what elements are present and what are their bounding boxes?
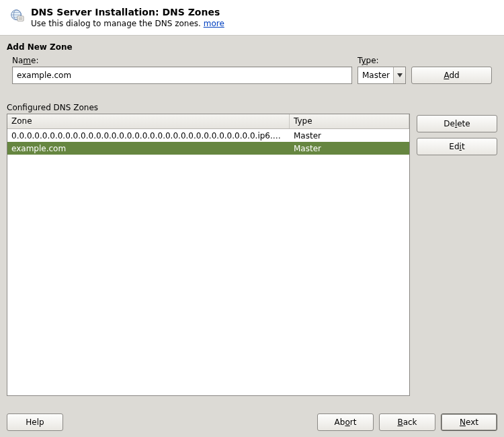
delete-button[interactable]: Delete xyxy=(417,115,497,132)
cell-type: Master xyxy=(290,144,409,153)
name-label: Name: xyxy=(12,56,352,65)
svg-rect-1 xyxy=(17,16,24,21)
col-type-header[interactable]: Type xyxy=(290,114,409,128)
type-select[interactable]: Master xyxy=(358,67,406,84)
configured-zones-label: Configured DNS Zones xyxy=(7,103,410,112)
dialog-header: DNS Server Installation: DNS Zones Use t… xyxy=(0,0,504,36)
zones-table-body: 0.0.0.0.0.0.0.0.0.0.0.0.0.0.0.0.0.0.0.0.… xyxy=(7,129,409,395)
configured-zones-section: Configured DNS Zones Zone Type 0.0.0.0.0… xyxy=(7,103,497,396)
col-zone-header[interactable]: Zone xyxy=(7,114,290,128)
next-button[interactable]: Next xyxy=(441,413,497,431)
dialog-footer: Help Abort Back Next xyxy=(0,407,504,437)
page-subtitle: Use this dialog to manage the DNS zones.… xyxy=(31,19,495,28)
subtitle-text: Use this dialog to manage the DNS zones. xyxy=(31,19,204,28)
page-title: DNS Server Installation: DNS Zones xyxy=(31,7,495,17)
table-row[interactable]: 0.0.0.0.0.0.0.0.0.0.0.0.0.0.0.0.0.0.0.0.… xyxy=(7,129,409,142)
type-select-value: Master xyxy=(362,71,393,80)
add-zone-heading: Add New Zone xyxy=(7,42,497,52)
more-link[interactable]: more xyxy=(204,19,224,28)
dns-config-icon xyxy=(9,8,24,23)
help-button[interactable]: Help xyxy=(7,413,63,431)
abort-button[interactable]: Abort xyxy=(317,413,374,431)
type-label: Type: xyxy=(358,56,406,65)
cell-zone: 0.0.0.0.0.0.0.0.0.0.0.0.0.0.0.0.0.0.0.0.… xyxy=(7,131,290,141)
cell-zone: example.com xyxy=(7,144,290,153)
name-input[interactable] xyxy=(12,67,352,84)
zones-table-header: Zone Type xyxy=(7,114,409,129)
edit-button[interactable]: Edit xyxy=(417,138,497,155)
cell-type: Master xyxy=(290,131,409,141)
chevron-down-icon xyxy=(393,67,405,83)
back-button[interactable]: Back xyxy=(379,413,435,431)
add-button[interactable]: Add xyxy=(411,67,492,84)
dialog-body: Add New Zone Name: Type: Master Add Conf… xyxy=(0,36,504,396)
table-row[interactable]: example.comMaster xyxy=(7,142,409,155)
add-zone-row: Name: Type: Master Add xyxy=(7,56,497,84)
zones-table[interactable]: Zone Type 0.0.0.0.0.0.0.0.0.0.0.0.0.0.0.… xyxy=(7,114,410,396)
